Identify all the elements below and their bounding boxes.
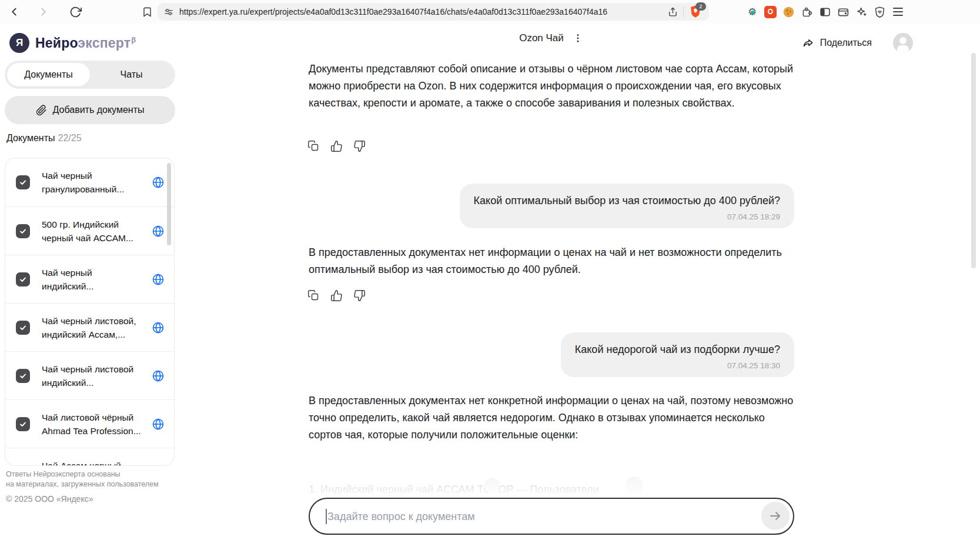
question-composer: [309, 498, 794, 535]
chat-area: Ozon Чай Поделиться Документы представля…: [184, 24, 980, 543]
thumbs-up-icon[interactable]: [330, 140, 343, 153]
checkbox-checked[interactable]: [16, 272, 30, 287]
thumbs-down-icon[interactable]: [353, 140, 366, 153]
share-button[interactable]: Поделиться: [802, 37, 872, 49]
user-message-bubble: Какой оптимальный выбор из чая стоимость…: [460, 184, 794, 228]
divider: [683, 6, 684, 17]
chat-title: Ozon Чай: [519, 32, 564, 44]
sidebar-disclaimer: Ответы Нейроэксперта основаны на материа…: [6, 469, 159, 489]
copy-icon[interactable]: [307, 140, 320, 153]
web-source-globe-icon[interactable]: [152, 418, 165, 431]
browser-menu-icon[interactable]: [891, 5, 905, 19]
brand-title: Нейроэкспертβ: [35, 35, 136, 51]
shield-badge: 2: [695, 2, 706, 11]
chat-header: Ozon Чай: [309, 32, 794, 44]
source-chip[interactable]: [626, 477, 643, 494]
assistant-message-truncated: 1. Индийский черный чай АССАМ TGFOP — По…: [309, 481, 794, 498]
share-page-icon[interactable]: [668, 6, 678, 18]
documents-list: Чай черный гранулированный... 500 гр. Ин…: [5, 158, 175, 466]
checkbox-checked[interactable]: [16, 417, 30, 431]
document-list-item[interactable]: Чай черный индийский...: [5, 255, 174, 303]
thumbs-down-icon[interactable]: [353, 289, 366, 302]
documents-scrollbar[interactable]: [167, 163, 171, 245]
message-timestamp: 07.04.25 18:30: [575, 361, 780, 370]
copyright: © 2025 ООО «Яндекс»: [6, 494, 93, 504]
paperclip-icon: [36, 105, 47, 116]
user-message-bubble: Какой недорогой чай из подборки лучше? 0…: [561, 332, 794, 377]
send-button[interactable]: [761, 502, 790, 530]
gear-extension-icon[interactable]: ⚙: [745, 5, 759, 19]
user-message-row: Какой недорогой чай из подборки лучше? 0…: [309, 332, 794, 377]
add-documents-button[interactable]: Добавить документы: [5, 96, 175, 124]
url-text: https://expert.ya.ru/expert/projects/e4a…: [179, 7, 668, 16]
neuroexpert-logo-icon: Я: [9, 33, 29, 53]
user-avatar[interactable]: [893, 33, 913, 53]
reload-icon[interactable]: [68, 5, 82, 19]
site-settings-icon[interactable]: [163, 6, 174, 17]
document-list-item[interactable]: 500 гр. Индийский черный чай АССАМ...: [5, 206, 174, 255]
address-bar[interactable]: https://expert.ya.ru/expert/projects/e4a…: [158, 3, 709, 21]
extensions-puzzle-icon[interactable]: [800, 5, 814, 19]
cookie-extension-icon[interactable]: [782, 5, 795, 19]
user-message-row: Какой оптимальный выбор из чая стоимость…: [309, 184, 794, 228]
web-source-globe-icon[interactable]: [152, 273, 165, 286]
assistant-message: В предоставленных документах нет информа…: [309, 244, 794, 278]
document-list-item[interactable]: Чай листовой чёрный Ahmad Tea Profession…: [5, 399, 174, 448]
bookmark-icon[interactable]: [140, 5, 154, 19]
checkbox-checked[interactable]: [16, 224, 30, 238]
assistant-message: В предоставленных документах нет конкрет…: [309, 392, 794, 444]
message-actions: [307, 140, 366, 153]
documents-counter: Документы22/25: [6, 133, 82, 144]
orange-app-extension-icon[interactable]: O: [764, 5, 777, 19]
tab-documents[interactable]: Документы: [7, 63, 90, 86]
share-arrow-icon: [802, 37, 815, 49]
document-list-item[interactable]: Чай черный листовой индийский...: [5, 351, 174, 399]
header-right: Поделиться: [802, 33, 913, 53]
sidebar-tabs: Документы Чаты: [5, 61, 175, 89]
privacy-shield-icon[interactable]: [873, 5, 887, 19]
tab-chats[interactable]: Чаты: [90, 63, 173, 86]
checkbox-checked[interactable]: [16, 465, 30, 466]
web-source-globe-icon[interactable]: [152, 321, 165, 334]
web-source-globe-icon[interactable]: [152, 176, 165, 189]
copy-icon[interactable]: [307, 289, 320, 302]
document-list-item[interactable]: Чай черный гранулированный...: [5, 158, 174, 206]
brave-shield-icon[interactable]: 2: [689, 5, 702, 19]
checkbox-checked[interactable]: [16, 175, 30, 189]
message-timestamp: 07.04.25 18:29: [474, 212, 780, 221]
document-list-item[interactable]: Чай черный листовой, индийский Ассам,...: [5, 303, 174, 351]
web-source-globe-icon[interactable]: [152, 369, 165, 382]
documents-count-value: 22/25: [58, 133, 81, 143]
beta-badge: β: [131, 35, 136, 44]
page-scrollbar[interactable]: [971, 53, 976, 268]
web-source-globe-icon[interactable]: [152, 225, 165, 238]
checkbox-checked[interactable]: [16, 369, 30, 383]
checkbox-checked[interactable]: [16, 321, 30, 335]
forward-icon[interactable]: [36, 5, 51, 19]
chat-menu-kebab-icon[interactable]: [572, 32, 584, 44]
source-chip[interactable]: [484, 478, 500, 493]
thumbs-up-icon[interactable]: [330, 289, 343, 302]
back-icon[interactable]: [7, 5, 21, 19]
sidebar-toggle-icon[interactable]: [818, 5, 832, 19]
assistant-message: Документы представляют собой описание и …: [309, 61, 794, 112]
sidebar: Я Нейроэкспертβ Документы Чаты Добавить …: [0, 24, 184, 543]
wallet-icon[interactable]: [837, 5, 850, 19]
message-actions: [307, 289, 366, 302]
brand[interactable]: Я Нейроэкспертβ: [9, 33, 136, 53]
leo-ai-sparkle-icon[interactable]: [855, 5, 868, 19]
document-list-item[interactable]: Чай Ассам черный: [5, 448, 174, 466]
browser-toolbar: https://expert.ya.ru/expert/projects/e4a…: [0, 0, 980, 24]
question-input[interactable]: [326, 499, 752, 535]
extensions-row: ⚙ O: [745, 5, 905, 19]
